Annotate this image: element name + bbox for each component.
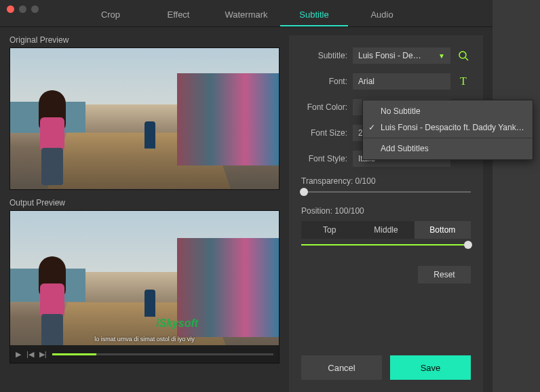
next-frame-button[interactable]: ▶| xyxy=(39,350,47,359)
position-top-button[interactable]: Top xyxy=(301,221,358,239)
position-bottom-button[interactable]: Bottom xyxy=(414,221,471,239)
dropdown-item-selected-file[interactable]: Luis Fonsi - Despacito ft. Daddy Yankee.… xyxy=(363,119,533,136)
dropdown-item-add-subtitles[interactable]: Add Subtitles xyxy=(363,140,533,157)
play-button[interactable]: ▶ xyxy=(16,350,21,359)
dropdown-item-no-subtitle[interactable]: No Subtitle xyxy=(363,103,533,119)
content-area: Original Preview Output Preview iSkysoft… xyxy=(0,27,493,392)
svg-line-1 xyxy=(465,58,468,60)
cancel-button[interactable]: Cancel xyxy=(301,355,382,380)
svg-point-0 xyxy=(459,52,466,58)
subtitle-select[interactable]: Luis Fonsi - De… ▼ xyxy=(353,47,450,64)
reset-button[interactable]: Reset xyxy=(418,266,471,283)
dropdown-separator xyxy=(363,138,533,138)
subtitle-label: Subtitle: xyxy=(301,51,353,60)
action-buttons: Cancel Save xyxy=(301,355,471,380)
video-controls: ▶ |◀ ▶| xyxy=(10,345,279,363)
tab-watermark[interactable]: Watermark xyxy=(212,5,280,26)
minimize-window-button[interactable] xyxy=(19,5,26,13)
position-thumb[interactable] xyxy=(464,241,472,249)
tab-subtitle[interactable]: Subtitle xyxy=(280,5,348,26)
font-style-label: Font Style: xyxy=(301,154,353,163)
font-select[interactable]: Arial xyxy=(353,73,450,90)
position-middle-button[interactable]: Middle xyxy=(358,221,414,239)
font-select-value: Arial xyxy=(358,77,374,86)
subtitle-preview-text: lo ismat umva di simat ostol di iyo viy xyxy=(10,336,279,342)
tab-crop[interactable]: Crop xyxy=(77,5,144,26)
close-window-button[interactable] xyxy=(7,5,14,13)
editor-window: Crop Effect Watermark Subtitle Audio Ori… xyxy=(0,0,493,392)
output-preview: iSkysoft lo ismat umva di simat ostol di… xyxy=(9,210,279,364)
video-progress[interactable] xyxy=(52,353,273,355)
position-buttons: Top Middle Bottom xyxy=(301,221,471,239)
transparency-label: Transparency: 0/100 xyxy=(289,176,483,186)
original-preview xyxy=(9,47,279,190)
prev-frame-button[interactable]: |◀ xyxy=(26,350,34,359)
original-preview-label: Original Preview xyxy=(9,35,279,45)
position-label: Position: 100/100 xyxy=(289,206,483,216)
window-traffic-lights xyxy=(7,5,39,13)
font-size-label: Font Size: xyxy=(301,128,353,138)
tab-audio[interactable]: Audio xyxy=(348,5,416,26)
font-picker-icon[interactable]: T xyxy=(456,74,471,89)
subtitle-select-value: Luis Fonsi - De… xyxy=(358,51,421,60)
maximize-window-button[interactable] xyxy=(31,5,39,13)
position-slider[interactable] xyxy=(301,244,471,246)
chevron-down-icon: ▼ xyxy=(438,52,445,60)
watermark-text: iSkysoft xyxy=(156,317,198,330)
search-subtitle-icon[interactable] xyxy=(456,48,471,63)
transparency-slider[interactable] xyxy=(301,191,471,193)
tab-effect[interactable]: Effect xyxy=(144,5,212,26)
font-label: Font: xyxy=(301,77,353,86)
output-preview-label: Output Preview xyxy=(9,198,279,208)
transparency-thumb[interactable] xyxy=(300,188,308,196)
font-color-label: Font Color: xyxy=(301,102,353,112)
settings-panel: Subtitle: Luis Fonsi - De… ▼ Font: Arial… xyxy=(289,35,483,392)
top-tabs: Crop Effect Watermark Subtitle Audio xyxy=(0,0,493,27)
subtitle-dropdown-menu: No Subtitle Luis Fonsi - Despacito ft. D… xyxy=(362,100,533,160)
preview-column: Original Preview Output Preview iSkysoft… xyxy=(9,35,279,392)
save-button[interactable]: Save xyxy=(390,355,471,380)
